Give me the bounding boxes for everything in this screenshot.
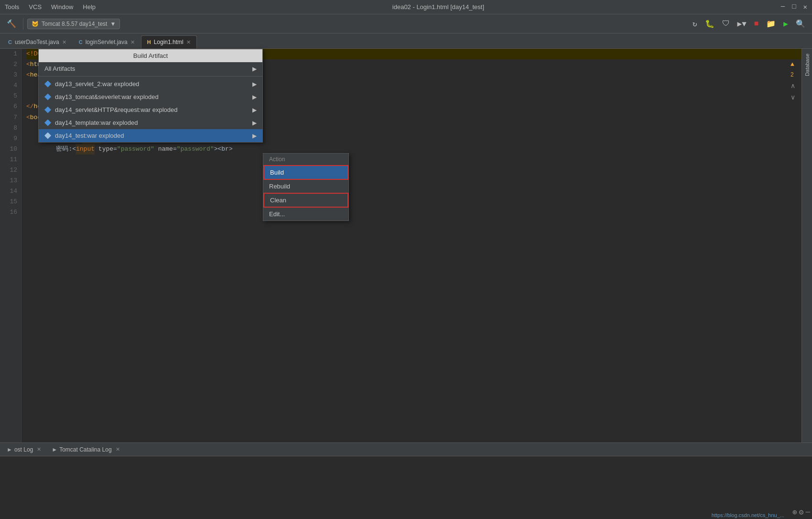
menu-item-day13-servlet2[interactable]: day13_servlet_2:war exploded ▶ <box>39 77 262 90</box>
code-span: = <box>173 144 177 155</box>
clean-label: Clean <box>270 197 286 204</box>
build-button[interactable]: 📁 <box>763 17 779 31</box>
submenu-item-rebuild[interactable]: Rebuild <box>263 180 348 193</box>
day14-template-arrow: ▶ <box>252 120 257 126</box>
right-sidebar: Database <box>801 49 812 442</box>
all-artifacts-arrow: ▶ <box>252 66 257 72</box>
run-button[interactable]: ▶ <box>780 17 791 31</box>
menu-bar[interactable]: Tools VCS Window Help <box>5 3 96 11</box>
tab-login1html[interactable]: H Login1.html ✕ <box>141 35 197 48</box>
submenu-item-edit[interactable]: Edit... <box>263 208 348 221</box>
line-num-2: 2 <box>4 59 17 70</box>
line-num-5: 5 <box>4 91 17 101</box>
tab-userdaotest[interactable]: C userDaoTest.java ✕ <box>2 35 73 48</box>
bottom-panel: ► ost Log ✕ ► Tomcat Catalina Log ✕ ⊕ ⚙ … <box>0 442 812 519</box>
add-bottom-btn[interactable]: ⊕ <box>792 508 797 517</box>
stop-button[interactable]: ■ <box>751 18 762 30</box>
menu-item-all-artifacts[interactable]: All Artifacts ▶ <box>39 62 262 75</box>
menu-window[interactable]: Window <box>51 3 73 11</box>
warn-count: 2 <box>790 71 794 78</box>
menu-item-day14-servlet-left: day14_servlet&HTTP&request:war exploded <box>44 106 178 113</box>
tomcat-selector[interactable]: 🐱 Tomcat 8.5.57 day14_test ▼ <box>27 19 120 29</box>
submenu: Action Build Rebuild Clean Edit... <box>263 153 349 221</box>
artifact-icon-2 <box>44 94 51 100</box>
nav-down-icon[interactable]: ∨ <box>790 93 795 101</box>
back-button[interactable]: 🔨 <box>4 17 19 31</box>
menu-item-day14-servlet[interactable]: day14_servlet&HTTP&request:war exploded … <box>39 103 262 116</box>
artifact-icon-4 <box>44 120 51 126</box>
tab-close-login1html[interactable]: ✕ <box>186 39 191 45</box>
code-line-11 <box>26 155 807 165</box>
settings-bottom-btn[interactable]: ⚙ <box>799 508 804 517</box>
tab-label-userdaotest: userDaoTest.java <box>15 39 59 45</box>
all-artifacts-label: All Artifacts <box>44 65 75 72</box>
tab-close-loginservlet[interactable]: ✕ <box>130 39 135 45</box>
coverage-button[interactable]: 🛡 <box>719 17 733 30</box>
bottom-tab-post-log[interactable]: ► ost Log ✕ <box>2 444 46 455</box>
debug-button[interactable]: 🐛 <box>702 17 717 31</box>
day13-servlet2-label: day13_servlet_2:war exploded <box>55 80 139 88</box>
line-num-14: 14 <box>4 186 17 197</box>
tomcat-icon: 🐱 <box>32 21 39 27</box>
code-line-16 <box>26 207 807 218</box>
menu-item-day13-tomcat-left: day13_tomcat&severlet:war exploded <box>44 93 159 100</box>
catalina-close[interactable]: ✕ <box>116 446 120 453</box>
warn-icon: ▲ <box>790 61 794 68</box>
tab-icon-userdaotest: C <box>8 39 12 45</box>
code-line-10: 密码:<input type="password" name="password… <box>26 144 807 155</box>
nav-up-icon[interactable]: ∧ <box>790 82 795 89</box>
line-num-11: 11 <box>4 155 17 165</box>
maximize-button[interactable]: □ <box>792 3 796 11</box>
window-controls[interactable]: ─ □ ✕ <box>781 3 807 11</box>
artifact-icon-3 <box>44 107 51 113</box>
refresh-button[interactable]: ↻ <box>690 17 700 31</box>
search-button[interactable]: 🔍 <box>793 17 808 31</box>
day14-test-label: day14_test:war exploded <box>55 132 124 139</box>
menu-tools[interactable]: Tools <box>5 3 19 11</box>
day13-tomcat-arrow: ▶ <box>252 94 257 100</box>
tab-loginservlet[interactable]: C loginServlet.java ✕ <box>73 35 141 48</box>
day14-servlet-arrow: ▶ <box>252 107 257 113</box>
post-log-label: ost Log <box>14 446 33 453</box>
tomcat-label: Tomcat 8.5.57 day14_test <box>42 21 107 27</box>
warning-indicator: ▲ 2 ∧ ∨ <box>761 49 795 114</box>
menu-header: Build Artifact <box>39 49 262 62</box>
submenu-item-clean[interactable]: Clean <box>263 193 348 208</box>
line-num-13: 13 <box>4 176 17 186</box>
code-span: 密码:< <box>26 144 76 155</box>
code-span: < <box>26 70 30 80</box>
code-span: ><br> <box>214 144 233 155</box>
code-span: < <box>26 59 30 70</box>
database-sidebar-label[interactable]: Database <box>804 54 810 76</box>
toolbar-right: ↻ 🐛 🛡 ▶▼ ■ 📁 ▶ 🔍 <box>690 17 808 31</box>
line-num-9: 9 <box>4 133 17 144</box>
menu-item-day14-test-left: day14_test:war exploded <box>44 132 124 139</box>
menu-item-day13-tomcat[interactable]: day13_tomcat&severlet:war exploded ▶ <box>39 90 262 103</box>
close-button[interactable]: ✕ <box>803 3 807 11</box>
minimize-bottom-btn[interactable]: — <box>805 508 810 517</box>
menu-vcs[interactable]: VCS <box>29 3 42 11</box>
submenu-header: Action <box>263 154 348 165</box>
line-num-4: 4 <box>4 80 17 91</box>
post-log-icon: ► <box>7 446 12 453</box>
line-num-12: 12 <box>4 165 17 176</box>
build-label: Build <box>270 169 284 176</box>
line-num-8: 8 <box>4 123 17 133</box>
line-num-3: 3 <box>4 70 17 80</box>
run-dropdown-button[interactable]: ▶▼ <box>735 17 749 31</box>
tab-label-login1html: Login1.html <box>154 39 184 45</box>
bottom-tabs: ► ost Log ✕ ► Tomcat Catalina Log ✕ <box>0 443 812 456</box>
menu-item-day14-test[interactable]: day14_test:war exploded ▶ <box>39 129 262 142</box>
line-num-6: 6 <box>4 101 17 112</box>
bottom-content <box>0 456 812 519</box>
menu-help[interactable]: Help <box>83 3 96 11</box>
submenu-item-build[interactable]: Build <box>263 165 348 180</box>
window-title: idea02 - Login1.html [day14_test] <box>392 3 484 11</box>
minimize-button[interactable]: ─ <box>781 3 785 11</box>
tab-close-userdaotest[interactable]: ✕ <box>62 39 66 45</box>
line-num-15: 15 <box>4 197 17 207</box>
post-log-close[interactable]: ✕ <box>37 446 41 453</box>
menu-item-day14-template[interactable]: day14_template:war exploded ▶ <box>39 116 262 129</box>
bottom-tab-catalina[interactable]: ► Tomcat Catalina Log ✕ <box>47 444 124 455</box>
code-span: = <box>113 144 117 155</box>
